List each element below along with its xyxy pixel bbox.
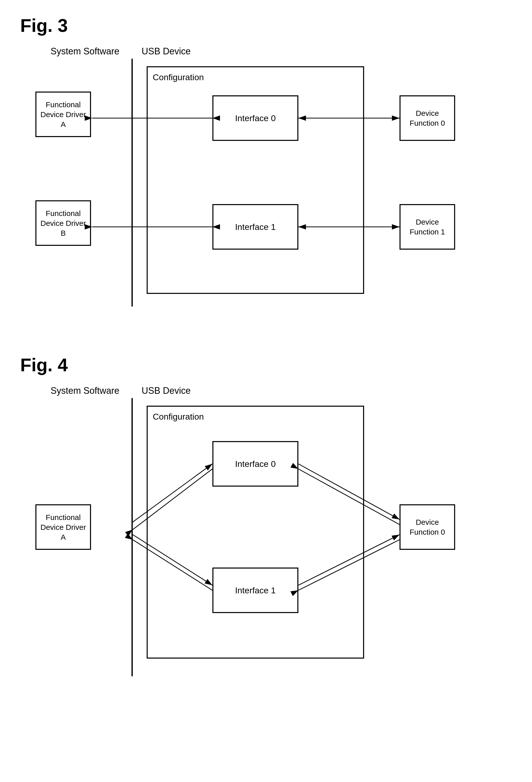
fig4-divider xyxy=(132,398,133,676)
fig3-interface0: Interface 0 xyxy=(212,95,298,141)
fig4-title: Fig. 4 xyxy=(20,355,512,375)
fig3-driver-a: FunctionalDevice DriverA xyxy=(35,92,91,137)
fig4-interface0: Interface 0 xyxy=(212,441,298,487)
fig4-driver-a: FunctionalDevice DriverA xyxy=(35,504,91,550)
fig3-interface1: Interface 1 xyxy=(212,204,298,250)
fig4-interface1: Interface 1 xyxy=(212,568,298,613)
fig3-function0: DeviceFunction 0 xyxy=(399,95,455,141)
fig4-system-label: System Software xyxy=(50,385,119,396)
fig3-divider xyxy=(132,59,133,307)
fig4-diagram: System Software USB Device Configuration… xyxy=(20,385,501,689)
fig4-function0: DeviceFunction 0 xyxy=(399,504,455,550)
fig3-title: Fig. 3 xyxy=(20,15,512,36)
fig3-usb-label: USB Device xyxy=(142,46,191,57)
fig3-system-label: System Software xyxy=(50,46,119,57)
fig3-driver-b: FunctionalDevice DriverB xyxy=(35,200,91,246)
fig3-config-label: Configuration xyxy=(153,72,204,82)
fig4-usb-label: USB Device xyxy=(142,385,191,396)
fig4-config-label: Configuration xyxy=(153,412,204,422)
fig3-diagram: System Software USB Device Configuration… xyxy=(20,46,501,324)
fig3-function1: DeviceFunction 1 xyxy=(399,204,455,250)
